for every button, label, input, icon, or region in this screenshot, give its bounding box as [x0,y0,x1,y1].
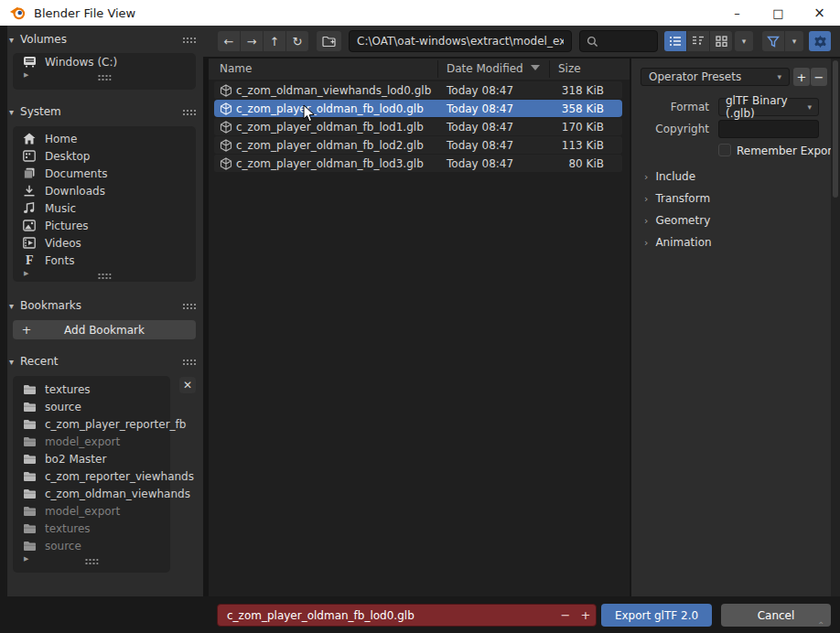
recent-item[interactable]: source [13,398,170,415]
volume-item[interactable]: Windows (C:) [13,53,196,70]
parent-directory-button[interactable]: ↑ [264,31,285,51]
recent-item-label: model_export [45,435,120,448]
volumes-section-header[interactable]: ▾ Volumes [9,30,198,48]
minimize-button[interactable]: – [716,0,758,26]
file-row[interactable]: c_zom_player_oldman_fb_lod2.glbToday 08:… [214,136,622,154]
recent-section-header[interactable]: ▾ Recent [9,352,198,370]
add-bookmark-button[interactable]: + Add Bookmark [13,320,196,339]
system-item[interactable]: Downloads [13,182,196,199]
expand-triangle-icon[interactable]: ▶ [24,555,28,563]
recent-item[interactable]: c_zom_player_reporter_fb [13,415,170,433]
export-gltf-button[interactable]: Export glTF 2.0 [601,604,712,627]
display-thumbnails-button[interactable] [710,31,732,51]
drag-grip-icon[interactable] [182,37,196,43]
panel-section-label: Include [655,170,695,183]
system-section-header[interactable]: ▾ System [9,102,198,121]
panel-section-geometry[interactable]: ›Geometry [644,214,710,227]
forward-button[interactable]: → [241,31,263,51]
filename-field[interactable]: − + [217,604,597,627]
column-divider[interactable] [549,60,550,78]
create-directory-button[interactable] [317,31,341,51]
display-settings-dropdown[interactable]: ▾ [735,31,753,51]
system-title: System [20,105,61,118]
recent-item[interactable]: model_export [13,502,170,520]
format-dropdown[interactable]: glTF Binary (.glb) ▾ [718,98,819,116]
filter-funnel-icon [767,36,780,48]
resize-grip-icon[interactable] [98,273,112,279]
recent-item[interactable]: textures [13,520,170,537]
svg-text:F: F [26,254,34,266]
system-item[interactable]: Home [13,130,196,147]
filter-settings-dropdown[interactable]: ▾ [785,31,803,51]
increment-filename-button[interactable]: + [576,608,596,622]
system-item[interactable]: Videos [13,234,196,252]
file-row[interactable]: c_zom_player_oldman_fb_lod0.glbToday 08:… [214,100,622,117]
column-header-date-modified[interactable]: Date Modified [447,62,523,75]
expand-triangle-icon[interactable]: ▶ [24,71,28,79]
panel-section-animation[interactable]: ›Animation [644,236,712,249]
system-item[interactable]: FFonts [13,252,196,269]
back-button[interactable]: ← [218,31,240,51]
home-icon [22,133,37,145]
drag-grip-icon[interactable] [182,359,196,365]
column-divider[interactable] [437,60,438,78]
system-item[interactable]: Music [13,199,196,217]
expand-triangle-icon[interactable]: ▶ [24,270,28,277]
file-row[interactable]: c_zom_player_oldman_fb_lod1.glbToday 08:… [214,118,622,135]
resize-grip-icon[interactable] [85,558,99,564]
display-horizontal-list-button[interactable] [687,31,709,51]
bookmarks-section-header[interactable]: ▾ Bookmarks [9,296,198,315]
drag-grip-icon[interactable] [182,109,196,115]
system-item-label: Downloads [45,185,105,198]
recent-item-label: source [45,540,81,553]
recent-item[interactable]: source [13,537,170,554]
column-header-name[interactable]: Name [220,62,252,75]
scrollbar-thumb[interactable] [833,60,838,198]
copyright-field[interactable] [718,120,819,138]
close-button[interactable]: × [799,0,840,26]
system-item-label: Fonts [45,254,74,267]
expand-region-chevron-icon[interactable]: ⌃ [817,620,824,630]
panel-section-include[interactable]: ›Include [644,170,695,183]
operator-presets-dropdown[interactable]: Operator Presets ▾ [641,68,790,86]
system-item[interactable]: Desktop [13,147,196,165]
refresh-button[interactable]: ↻ [286,31,308,51]
panel-section-label: Animation [655,236,711,249]
format-label: Format [671,101,709,113]
search-input[interactable] [598,31,657,51]
resize-grip-icon[interactable] [98,74,112,80]
add-preset-button[interactable]: + [793,68,810,86]
path-field[interactable] [349,30,572,52]
recent-item[interactable]: textures [13,381,170,398]
panel-scrollbar[interactable] [831,59,840,596]
recent-item[interactable]: c_zom_oldman_viewhands [13,485,170,502]
system-item-label: Desktop [45,150,91,163]
file-size: 113 KiB [494,139,604,152]
system-item[interactable]: Documents [13,165,196,182]
system-item[interactable]: Pictures [13,217,196,234]
column-header-size[interactable]: Size [558,62,581,75]
mesh-cube-icon [220,102,232,115]
search-field[interactable] [579,30,658,52]
path-input[interactable] [350,31,571,51]
display-vertical-list-button[interactable] [664,31,686,51]
remember-export-checkbox[interactable] [718,144,731,156]
drag-grip-icon[interactable] [182,303,196,309]
maximize-button[interactable]: □ [758,0,799,26]
toggle-region-button[interactable] [809,31,831,51]
sort-descending-icon[interactable] [531,65,540,70]
cancel-button[interactable]: Cancel [721,604,831,627]
filename-input[interactable] [218,609,555,622]
panel-section-transform[interactable]: ›Transform [644,192,710,205]
sidebar: ▾ Volumes Windows (C:) ▶ ▾ System HomeDe… [0,26,203,596]
file-row[interactable]: c_zom_oldman_viewhands_lod0.glbToday 08:… [214,81,622,99]
file-row[interactable]: c_zom_player_oldman_fb_lod3.glbToday 08:… [214,155,622,172]
recent-item[interactable]: c_zom_reporter_viewhands [13,467,170,485]
recent-item[interactable]: bo2 Master [13,450,170,467]
clear-recent-button[interactable]: ✕ [179,377,196,393]
folder-icon [22,453,37,466]
decrement-filename-button[interactable]: − [555,608,576,622]
filter-toggle-button[interactable] [762,31,784,51]
remove-preset-button[interactable]: − [811,68,827,86]
recent-item[interactable]: model_export [13,433,170,450]
